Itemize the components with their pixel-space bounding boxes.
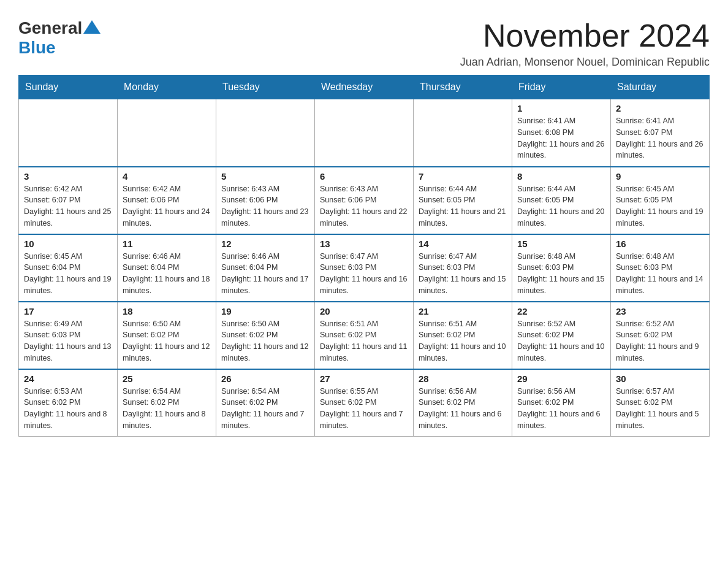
day-info: Sunrise: 6:52 AMSunset: 6:02 PMDaylight:… [616, 318, 704, 364]
logo: General Blue [18, 18, 102, 58]
title-area: November 2024 Juan Adrian, Monsenor Noue… [460, 18, 710, 69]
day-number: 1 [517, 103, 605, 113]
calendar-cell [216, 99, 315, 167]
calendar-cell: 8Sunrise: 6:44 AMSunset: 6:05 PMDaylight… [512, 167, 611, 234]
day-number: 5 [221, 171, 309, 182]
day-info: Sunrise: 6:42 AMSunset: 6:06 PMDaylight:… [123, 183, 211, 229]
day-info: Sunrise: 6:42 AMSunset: 6:07 PMDaylight:… [24, 183, 112, 229]
calendar-cell: 16Sunrise: 6:48 AMSunset: 6:03 PMDayligh… [611, 234, 710, 302]
weekday-header-sunday: Sunday [19, 75, 118, 99]
calendar-cell: 30Sunrise: 6:57 AMSunset: 6:02 PMDayligh… [611, 369, 710, 437]
day-info: Sunrise: 6:50 AMSunset: 6:02 PMDaylight:… [123, 318, 211, 364]
calendar-cell: 10Sunrise: 6:45 AMSunset: 6:04 PMDayligh… [19, 234, 118, 302]
calendar-cell [118, 99, 216, 167]
day-info: Sunrise: 6:47 AMSunset: 6:03 PMDaylight:… [320, 251, 408, 297]
calendar-cell: 24Sunrise: 6:53 AMSunset: 6:02 PMDayligh… [19, 369, 118, 437]
calendar-cell: 26Sunrise: 6:54 AMSunset: 6:02 PMDayligh… [216, 369, 315, 437]
calendar-cell: 23Sunrise: 6:52 AMSunset: 6:02 PMDayligh… [611, 302, 710, 369]
day-info: Sunrise: 6:51 AMSunset: 6:02 PMDaylight:… [419, 318, 507, 364]
calendar-cell: 25Sunrise: 6:54 AMSunset: 6:02 PMDayligh… [118, 369, 216, 437]
day-info: Sunrise: 6:44 AMSunset: 6:05 PMDaylight:… [419, 183, 507, 229]
calendar-cell: 7Sunrise: 6:44 AMSunset: 6:05 PMDaylight… [414, 167, 512, 234]
calendar-cell: 18Sunrise: 6:50 AMSunset: 6:02 PMDayligh… [118, 302, 216, 369]
weekday-header-wednesday: Wednesday [315, 75, 414, 99]
calendar-cell: 13Sunrise: 6:47 AMSunset: 6:03 PMDayligh… [315, 234, 414, 302]
calendar-cell: 1Sunrise: 6:41 AMSunset: 6:08 PMDaylight… [512, 99, 611, 167]
day-number: 20 [320, 306, 408, 316]
day-number: 14 [419, 239, 507, 249]
day-info: Sunrise: 6:46 AMSunset: 6:04 PMDaylight:… [221, 251, 309, 297]
day-number: 21 [419, 306, 507, 316]
page-header: General Blue November 2024 Juan Adrian, … [18, 18, 710, 69]
weekday-header-monday: Monday [118, 75, 216, 99]
day-number: 26 [221, 373, 309, 384]
calendar-cell: 19Sunrise: 6:50 AMSunset: 6:02 PMDayligh… [216, 302, 315, 369]
day-info: Sunrise: 6:45 AMSunset: 6:05 PMDaylight:… [616, 183, 704, 229]
day-info: Sunrise: 6:47 AMSunset: 6:03 PMDaylight:… [419, 251, 507, 297]
day-number: 9 [616, 171, 704, 182]
logo-blue: Blue [18, 38, 56, 58]
day-number: 2 [616, 103, 704, 113]
calendar-week-row: 17Sunrise: 6:49 AMSunset: 6:03 PMDayligh… [19, 302, 710, 369]
day-info: Sunrise: 6:43 AMSunset: 6:06 PMDaylight:… [221, 183, 309, 229]
calendar-cell: 15Sunrise: 6:48 AMSunset: 6:03 PMDayligh… [512, 234, 611, 302]
day-info: Sunrise: 6:41 AMSunset: 6:07 PMDaylight:… [616, 115, 704, 161]
day-number: 18 [123, 306, 211, 316]
day-info: Sunrise: 6:56 AMSunset: 6:02 PMDaylight:… [419, 386, 507, 432]
month-title: November 2024 [460, 18, 710, 53]
location-subtitle: Juan Adrian, Monsenor Nouel, Dominican R… [460, 56, 710, 69]
calendar-cell [414, 99, 512, 167]
day-info: Sunrise: 6:49 AMSunset: 6:03 PMDaylight:… [24, 318, 112, 364]
weekday-header-friday: Friday [512, 75, 611, 99]
logo-flag-icon [83, 20, 100, 34]
calendar-cell: 28Sunrise: 6:56 AMSunset: 6:02 PMDayligh… [414, 369, 512, 437]
day-number: 4 [123, 171, 211, 182]
day-number: 27 [320, 373, 408, 384]
calendar-week-row: 10Sunrise: 6:45 AMSunset: 6:04 PMDayligh… [19, 234, 710, 302]
day-info: Sunrise: 6:55 AMSunset: 6:02 PMDaylight:… [320, 386, 408, 432]
calendar-week-row: 24Sunrise: 6:53 AMSunset: 6:02 PMDayligh… [19, 369, 710, 437]
calendar-cell: 21Sunrise: 6:51 AMSunset: 6:02 PMDayligh… [414, 302, 512, 369]
day-info: Sunrise: 6:51 AMSunset: 6:02 PMDaylight:… [320, 318, 408, 364]
day-number: 24 [24, 373, 112, 384]
calendar-cell: 6Sunrise: 6:43 AMSunset: 6:06 PMDaylight… [315, 167, 414, 234]
calendar-cell: 22Sunrise: 6:52 AMSunset: 6:02 PMDayligh… [512, 302, 611, 369]
day-number: 23 [616, 306, 704, 316]
day-info: Sunrise: 6:41 AMSunset: 6:08 PMDaylight:… [517, 115, 605, 161]
day-number: 12 [221, 239, 309, 249]
calendar-cell: 5Sunrise: 6:43 AMSunset: 6:06 PMDaylight… [216, 167, 315, 234]
day-info: Sunrise: 6:57 AMSunset: 6:02 PMDaylight:… [616, 386, 704, 432]
calendar-cell: 3Sunrise: 6:42 AMSunset: 6:07 PMDaylight… [19, 167, 118, 234]
logo-text: General [18, 18, 102, 38]
day-number: 7 [419, 171, 507, 182]
day-info: Sunrise: 6:48 AMSunset: 6:03 PMDaylight:… [616, 251, 704, 297]
calendar-cell: 4Sunrise: 6:42 AMSunset: 6:06 PMDaylight… [118, 167, 216, 234]
logo-general: General [18, 18, 82, 38]
weekday-header-row: SundayMondayTuesdayWednesdayThursdayFrid… [19, 75, 710, 99]
calendar-cell: 12Sunrise: 6:46 AMSunset: 6:04 PMDayligh… [216, 234, 315, 302]
day-info: Sunrise: 6:53 AMSunset: 6:02 PMDaylight:… [24, 386, 112, 432]
day-info: Sunrise: 6:54 AMSunset: 6:02 PMDaylight:… [221, 386, 309, 432]
calendar-week-row: 1Sunrise: 6:41 AMSunset: 6:08 PMDaylight… [19, 99, 710, 167]
day-number: 10 [24, 239, 112, 249]
calendar-cell: 29Sunrise: 6:56 AMSunset: 6:02 PMDayligh… [512, 369, 611, 437]
day-info: Sunrise: 6:48 AMSunset: 6:03 PMDaylight:… [517, 251, 605, 297]
weekday-header-thursday: Thursday [414, 75, 512, 99]
calendar-cell: 27Sunrise: 6:55 AMSunset: 6:02 PMDayligh… [315, 369, 414, 437]
day-number: 13 [320, 239, 408, 249]
calendar-cell: 2Sunrise: 6:41 AMSunset: 6:07 PMDaylight… [611, 99, 710, 167]
day-number: 28 [419, 373, 507, 384]
day-number: 25 [123, 373, 211, 384]
day-info: Sunrise: 6:44 AMSunset: 6:05 PMDaylight:… [517, 183, 605, 229]
calendar-table: SundayMondayTuesdayWednesdayThursdayFrid… [18, 75, 710, 437]
day-number: 8 [517, 171, 605, 182]
day-number: 6 [320, 171, 408, 182]
day-number: 22 [517, 306, 605, 316]
day-info: Sunrise: 6:50 AMSunset: 6:02 PMDaylight:… [221, 318, 309, 364]
day-number: 30 [616, 373, 704, 384]
calendar-week-row: 3Sunrise: 6:42 AMSunset: 6:07 PMDaylight… [19, 167, 710, 234]
day-number: 17 [24, 306, 112, 316]
day-number: 19 [221, 306, 309, 316]
calendar-cell: 17Sunrise: 6:49 AMSunset: 6:03 PMDayligh… [19, 302, 118, 369]
day-number: 3 [24, 171, 112, 182]
